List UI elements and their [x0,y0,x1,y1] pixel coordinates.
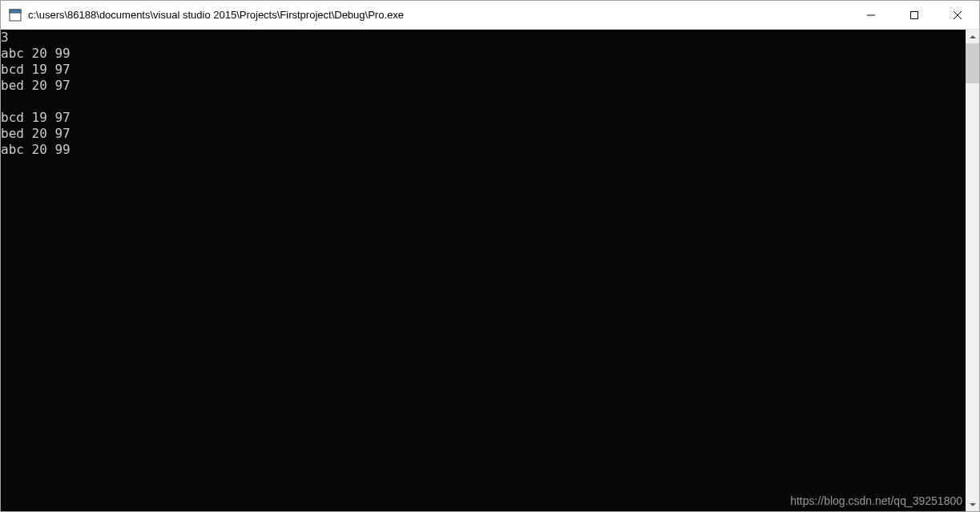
close-button[interactable] [936,1,979,29]
console-window: c:\users\86188\documents\visual studio 2… [0,0,980,512]
window-controls [849,1,979,29]
maximize-icon [909,10,919,20]
console-area: 3abc 20 99bcd 19 97bed 20 97 bcd 19 97be… [1,30,979,511]
scrollbar-track[interactable] [966,43,979,498]
svg-rect-1 [10,10,21,13]
app-icon [9,9,22,22]
window-title: c:\users\86188\documents\visual studio 2… [28,9,849,21]
console-line: bcd 19 97 [1,110,966,126]
console-line: abc 20 99 [1,142,966,158]
console-line: bed 20 97 [1,78,966,94]
minimize-button[interactable] [849,1,893,29]
console-line: bcd 19 97 [1,62,966,78]
console-output[interactable]: 3abc 20 99bcd 19 97bed 20 97 bcd 19 97be… [1,30,966,511]
vertical-scrollbar[interactable] [966,30,979,511]
scroll-down-button[interactable] [966,498,979,511]
console-line: 3 [1,30,966,46]
titlebar[interactable]: c:\users\86188\documents\visual studio 2… [1,1,979,30]
chevron-up-icon [970,34,976,40]
console-line: bed 20 97 [1,126,966,142]
console-line [1,94,966,110]
scrollbar-thumb[interactable] [966,43,979,83]
scroll-up-button[interactable] [966,30,979,43]
chevron-down-icon [970,502,976,508]
close-icon [953,10,962,20]
minimize-icon [866,10,876,20]
maximize-button[interactable] [893,1,936,29]
svg-rect-3 [911,11,918,18]
console-line: abc 20 99 [1,46,966,62]
